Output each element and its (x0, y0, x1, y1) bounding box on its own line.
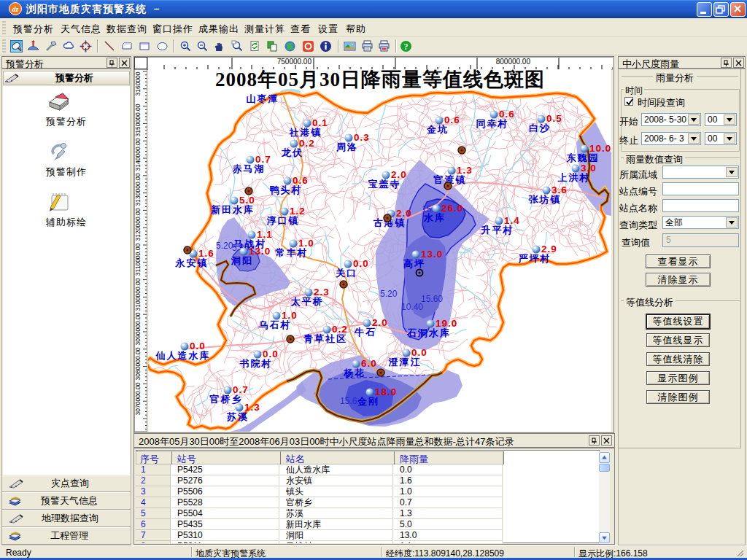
svg-text:石洞水库: 石洞水库 (406, 327, 451, 338)
svg-text:3070000.00: 3070000.00 (134, 382, 142, 415)
svg-text:750000.00: 750000.00 (277, 58, 312, 66)
svg-text:同幸村: 同幸村 (476, 118, 509, 129)
svg-text:15.60: 15.60 (421, 294, 443, 304)
svg-text:3120000.00: 3120000.00 (134, 208, 142, 241)
svg-text:白沙: 白沙 (529, 122, 551, 133)
svg-text:杨花: 杨花 (343, 368, 365, 378)
svg-text:龙伏: 龙伏 (281, 147, 303, 158)
svg-text:10.40: 10.40 (401, 302, 423, 312)
svg-text:升平村: 升平村 (481, 225, 514, 236)
svg-text:3150000.00: 3150000.00 (134, 104, 142, 136)
svg-text:5.20: 5.20 (380, 289, 398, 299)
svg-text:太平桥: 太平桥 (290, 296, 324, 307)
svg-text:水库: 水库 (423, 212, 446, 223)
svg-text:严坪村: 严坪村 (518, 253, 551, 264)
svg-text:高坪: 高坪 (403, 258, 425, 269)
svg-text:3130000.00: 3130000.00 (134, 173, 142, 206)
svg-text:15.6: 15.6 (340, 396, 357, 406)
svg-text:乌石村: 乌石村 (258, 319, 292, 330)
svg-text:牛石: 牛石 (354, 327, 376, 338)
svg-text:金坑: 金坑 (426, 124, 449, 135)
svg-text:2008年05月30日降雨量等值线色斑图: 2008年05月30日降雨量等值线色斑图 (215, 69, 545, 90)
svg-text:鸭头村: 鸭头村 (270, 184, 303, 195)
svg-text:?: ? (404, 42, 409, 52)
svg-text:官桥乡: 官桥乡 (210, 394, 243, 405)
svg-text:青草社区: 青草社区 (303, 333, 347, 344)
svg-text:3110000.00: 3110000.00 (134, 244, 142, 276)
svg-text:东魏园: 东魏园 (566, 152, 600, 163)
svg-text:淳口镇: 淳口镇 (267, 215, 300, 226)
svg-text:社港镇: 社港镇 (289, 127, 322, 138)
svg-text:周洛: 周洛 (336, 141, 358, 152)
svg-text:3160000: 3160000 (134, 71, 142, 96)
svg-text:dz: dz (12, 5, 19, 13)
svg-text:3100000.00: 3100000.00 (134, 278, 142, 311)
svg-text:3140000.00: 3140000.00 (134, 138, 142, 171)
svg-text:5.20: 5.20 (216, 241, 233, 251)
svg-text:3090000.00: 3090000.00 (134, 312, 142, 345)
svg-text:宝盖寺: 宝盖寺 (368, 179, 401, 190)
svg-text:永安镇: 永安镇 (175, 257, 209, 268)
svg-text:张坊镇: 张坊镇 (529, 194, 562, 205)
svg-text:山枣潭: 山枣潭 (247, 93, 279, 104)
svg-text:上洪村: 上洪村 (558, 172, 591, 183)
svg-text:金刚: 金刚 (357, 396, 379, 407)
svg-text:书院村: 书院村 (239, 358, 273, 369)
svg-text:常丰村: 常丰村 (275, 247, 309, 258)
svg-text:澄潭江: 澄潭江 (388, 357, 422, 368)
svg-text:800000.00: 800000.00 (496, 58, 531, 66)
svg-text:苏溪: 苏溪 (226, 411, 249, 422)
svg-text:关口: 关口 (335, 268, 357, 279)
svg-text:3080000.00: 3080000.00 (134, 347, 142, 380)
svg-text:新田水库: 新田水库 (210, 204, 255, 215)
svg-text:赤马湖: 赤马湖 (233, 163, 266, 174)
svg-text:仙人造水库: 仙人造水库 (155, 350, 211, 361)
svg-text:洞阳: 洞阳 (231, 255, 253, 266)
